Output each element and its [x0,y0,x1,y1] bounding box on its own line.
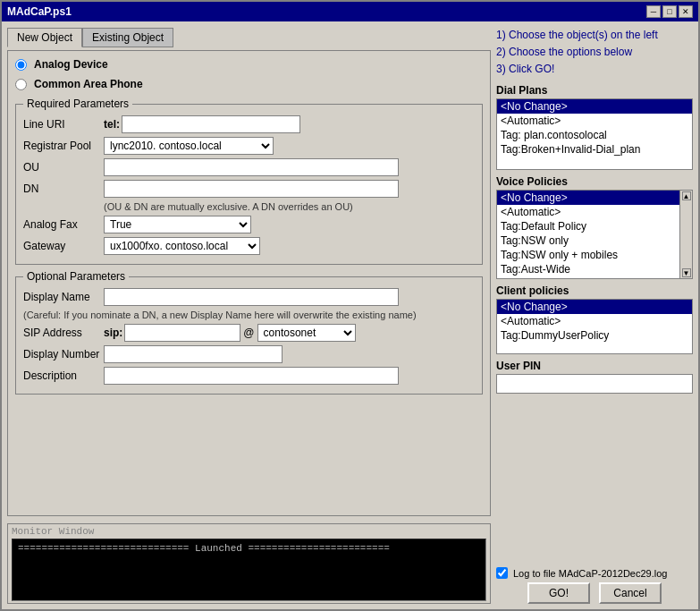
tab-new-object[interactable]: New Object [7,28,82,47]
display-number-input[interactable] [104,345,283,363]
monitor-label: Monitor Window [12,526,486,537]
client-policies-listbox[interactable]: <No Change> <Automatic> Tag:DummyUserPol… [496,299,693,354]
list-item[interactable]: <No Change> [497,191,692,205]
ou-row: OU [23,158,475,176]
common-area-radio-row: Common Area Phone [15,78,483,90]
action-buttons: GO! Cancel [496,582,693,604]
list-item[interactable]: Tag:International Access [497,276,692,279]
user-pin-label: User PIN [496,360,693,372]
tab-bar: New Object Existing Object [7,27,491,47]
instructions: 1) Choose the object(s) on the left 2) C… [496,27,693,79]
left-panel: New Object Existing Object Analog Device… [7,27,491,604]
line-uri-label: Line URI [23,118,104,131]
sip-address-input[interactable] [124,324,240,342]
list-item[interactable]: Tag: plan.contosolocal [497,128,692,142]
right-panel: 1) Choose the object(s) on the left 2) C… [496,27,693,604]
at-sign: @ [243,327,254,339]
sip-prefix: sip: [104,327,122,339]
line-uri-input[interactable] [122,115,300,133]
list-item[interactable]: <No Change> [497,99,692,114]
analog-fax-select[interactable]: True False [104,216,251,233]
gateway-row: Gateway ux1000fxo. contoso.local [23,237,475,255]
required-params-fieldset: Required Parameters Line URI tel: Regist… [15,98,483,265]
registrar-pool-row: Registrar Pool lync2010. contoso.local [23,137,475,155]
main-window: MAdCaP.ps1 ─ □ ✕ New Object Existing Obj… [0,0,700,611]
sip-address-row: SIP Address sip: @ contosonet [23,324,475,342]
display-number-label: Display Number [23,348,104,361]
dn-input[interactable] [104,180,399,198]
window-title: MAdCaP.ps1 [7,5,72,18]
scroll-down-btn[interactable]: ▼ [682,268,691,277]
list-item[interactable]: <Automatic> [497,314,692,328]
voice-policies-section: Voice Policies ▲ ▼ <No Change> <Automati… [496,175,693,279]
dial-plans-label: Dial Plans [496,84,693,97]
display-name-input[interactable] [104,288,399,306]
monitor-section: Monitor Window =========================… [7,523,491,604]
registrar-pool-label: Registrar Pool [23,140,104,152]
log-checkbox[interactable] [496,567,508,579]
sip-domain-select[interactable]: contosonet [257,324,356,342]
maximize-button[interactable]: □ [662,5,677,18]
common-area-phone-radio[interactable] [15,79,27,90]
monitor-window: ============================= Launched =… [12,539,486,601]
list-item[interactable]: <Automatic> [497,205,692,219]
tel-prefix: tel: [104,118,120,131]
instruction-1: 1) Choose the object(s) on the left [496,27,693,44]
analog-device-radio[interactable] [15,59,27,71]
dn-row: DN [23,180,475,198]
user-pin-input[interactable] [496,374,693,394]
client-policies-label: Client policies [496,284,693,297]
analog-device-radio-row: Analog Device [15,58,483,71]
display-number-row: Display Number [23,345,475,363]
line-uri-row: Line URI tel: [23,115,475,133]
dial-plans-section: Dial Plans <No Change> <Automatic> Tag: … [496,84,693,170]
sip-address-label: SIP Address [23,327,104,339]
dn-label: DN [23,182,104,195]
content-area: New Object Existing Object Analog Device… [2,21,698,609]
list-item[interactable]: Tag:Broken+Invalid-Dial_plan [497,142,692,157]
display-name-label: Display Name [23,291,104,303]
list-item[interactable]: <Automatic> [497,114,692,128]
monitor-line1: ============================= Launched =… [18,543,390,554]
form-panel: Analog Device Common Area Phone Required… [7,50,491,516]
voice-policies-listbox[interactable]: ▲ ▼ <No Change> <Automatic> Tag:Default … [496,190,693,279]
scroll-up-btn[interactable]: ▲ [682,191,691,200]
list-item[interactable]: Tag:DummyUserPolicy [497,328,692,343]
instruction-3: 3) Click GO! [496,61,693,78]
scrollbar[interactable]: ▲ ▼ [679,191,692,278]
optional-params-legend: Optional Parameters [23,270,129,283]
list-item[interactable]: <No Change> [497,300,692,314]
list-item[interactable]: Tag:NSW only + mobiles [497,248,692,262]
description-row: Description [23,367,475,385]
dial-plans-listbox[interactable]: <No Change> <Automatic> Tag: plan.contos… [496,98,693,170]
list-item[interactable]: Tag:Aust-Wide [497,262,692,276]
list-item[interactable]: Tag:Default Policy [497,219,692,233]
ou-dn-note: (OU & DN are mutually exclusive. A DN ov… [23,201,475,212]
ou-label: OU [23,161,104,174]
analog-fax-row: Analog Fax True False [23,216,475,233]
analog-device-label: Analog Device [34,58,108,71]
description-label: Description [23,369,104,382]
common-area-phone-label: Common Area Phone [34,78,143,90]
gateway-label: Gateway [23,240,104,252]
description-input[interactable] [104,367,399,385]
title-bar: MAdCaP.ps1 ─ □ ✕ [2,2,698,21]
optional-params-fieldset: Optional Parameters Display Name (Carefu… [15,270,483,395]
tab-existing-object[interactable]: Existing Object [82,28,173,47]
ou-input[interactable] [104,158,399,176]
close-button[interactable]: ✕ [679,5,693,18]
user-pin-section: User PIN [496,360,693,394]
minimize-button[interactable]: ─ [646,5,661,18]
display-name-note: (Careful: If you nominate a DN, a new Di… [23,310,475,320]
title-bar-buttons: ─ □ ✕ [646,5,693,18]
cancel-button[interactable]: Cancel [599,582,662,604]
bottom-controls: Log to file MAdCaP-2012Dec29.log GO! Can… [496,567,693,604]
log-label: Log to file MAdCaP-2012Dec29.log [513,568,667,579]
voice-policies-label: Voice Policies [496,175,693,188]
log-checkbox-row: Log to file MAdCaP-2012Dec29.log [496,567,693,579]
go-button[interactable]: GO! [527,582,590,604]
registrar-pool-select[interactable]: lync2010. contoso.local [104,137,274,155]
gateway-select[interactable]: ux1000fxo. contoso.local [104,237,260,255]
list-item[interactable]: Tag:NSW only [497,233,692,248]
analog-fax-label: Analog Fax [23,218,104,231]
